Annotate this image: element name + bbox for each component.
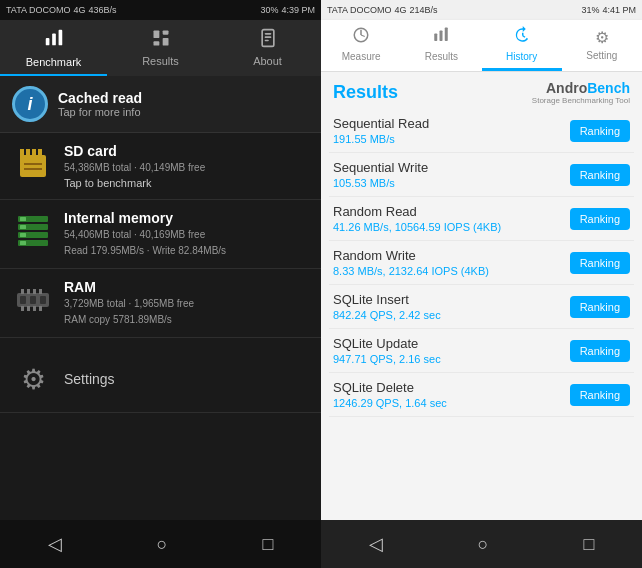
right-speed: 214B/s [410, 5, 438, 15]
settings-item[interactable]: ⚙ Settings [0, 346, 321, 413]
left-time: 4:39 PM [281, 5, 315, 15]
result-info-0: Sequential Read191.55 MB/s [333, 116, 429, 145]
svg-line-45 [522, 36, 524, 38]
result-value-1: 105.53 MB/s [333, 177, 428, 189]
left-recents-button[interactable]: □ [247, 526, 290, 563]
ranking-button-6[interactable]: Ranking [570, 384, 630, 406]
tab-measure[interactable]: Measure [321, 20, 401, 71]
right-network: 4G [395, 5, 407, 15]
right-home-button[interactable]: ○ [462, 526, 505, 563]
cached-read-title: Cached read [58, 90, 142, 106]
left-back-button[interactable]: ◁ [32, 525, 78, 563]
result-name-1: Sequential Write [333, 160, 428, 175]
result-info-4: SQLite Insert842.24 QPS, 2.42 sec [333, 292, 441, 321]
ram-desc1: 3,729MB total · 1,965MB free [64, 297, 194, 311]
svg-rect-27 [21, 289, 24, 294]
left-status-bar: TATA DOCOMO 4G 436B/s 30% 4:39 PM [0, 0, 321, 20]
right-status-bar: TATA DOCOMO 4G 214B/s 31% 4:41 PM [321, 0, 642, 20]
svg-rect-25 [20, 241, 26, 245]
measure-icon [352, 26, 370, 48]
left-content: SD card 54,386MB total · 40,149MB free T… [0, 133, 321, 568]
svg-rect-13 [26, 149, 30, 159]
result-row: Sequential Write105.53 MB/sRanking [329, 153, 634, 197]
svg-rect-33 [33, 306, 36, 311]
svg-rect-14 [32, 149, 36, 159]
ranking-button-1[interactable]: Ranking [570, 164, 630, 186]
tab-results[interactable]: Results [107, 20, 214, 76]
tab-about[interactable]: About [214, 20, 321, 76]
svg-rect-12 [20, 149, 24, 161]
tab-setting[interactable]: ⚙ Setting [562, 20, 642, 71]
ranking-button-2[interactable]: Ranking [570, 208, 630, 230]
ranking-button-5[interactable]: Ranking [570, 340, 630, 362]
svg-rect-3 [153, 30, 159, 38]
left-nav-bar: ◁ ○ □ [0, 520, 321, 568]
svg-rect-1 [52, 33, 56, 45]
svg-rect-15 [38, 149, 42, 161]
ram-item[interactable]: RAM 3,729MB total · 1,965MB free RAM cop… [0, 269, 321, 338]
tab-results-right[interactable]: Results [401, 20, 481, 71]
internalmemory-item[interactable]: Internal memory 54,406MB total · 40,169M… [0, 200, 321, 269]
right-tabs: Measure Results History [321, 20, 642, 72]
tab-setting-label: Setting [586, 50, 617, 61]
ranking-button-3[interactable]: Ranking [570, 252, 630, 274]
svg-rect-4 [162, 30, 168, 34]
result-info-2: Random Read41.26 MB/s, 10564.59 IOPS (4K… [333, 204, 501, 233]
result-row: SQLite Update947.71 QPS, 2.16 secRanking [329, 329, 634, 373]
svg-line-40 [361, 35, 365, 37]
result-name-5: SQLite Update [333, 336, 441, 351]
about-icon [258, 28, 278, 52]
svg-rect-17 [24, 168, 42, 170]
ram-desc2: RAM copy 5781.89MB/s [64, 313, 194, 327]
ranking-button-0[interactable]: Ranking [570, 120, 630, 142]
internalmemory-icon [12, 210, 54, 252]
tab-benchmark[interactable]: Benchmark [0, 20, 107, 76]
left-network: 4G [74, 5, 86, 15]
settings-label: Settings [64, 371, 115, 387]
svg-rect-10 [264, 39, 268, 41]
result-value-2: 41.26 MB/s, 10564.59 IOPS (4KB) [333, 221, 501, 233]
androbench-name: AndroBench [546, 80, 630, 96]
sdcard-item[interactable]: SD card 54,386MB total · 40,149MB free T… [0, 133, 321, 200]
svg-rect-42 [440, 31, 443, 42]
tab-history[interactable]: History [482, 20, 562, 71]
tab-measure-label: Measure [342, 51, 381, 62]
right-status-left: TATA DOCOMO 4G 214B/s [327, 5, 438, 15]
right-recents-button[interactable]: □ [568, 526, 611, 563]
internalmemory-desc1: 54,406MB total · 40,169MB free [64, 228, 226, 242]
left-home-button[interactable]: ○ [141, 526, 184, 563]
right-time: 4:41 PM [602, 5, 636, 15]
result-info-1: Sequential Write105.53 MB/s [333, 160, 428, 189]
svg-rect-34 [39, 306, 42, 311]
results-header: Results AndroBench Storage Benchmarking … [321, 72, 642, 109]
ranking-button-4[interactable]: Ranking [570, 296, 630, 318]
tab-about-label: About [253, 55, 282, 67]
androbench-logo: AndroBench Storage Benchmarking Tool [532, 80, 630, 105]
svg-rect-16 [24, 163, 42, 165]
left-status-right: 30% 4:39 PM [260, 5, 315, 15]
result-value-0: 191.55 MB/s [333, 133, 429, 145]
svg-rect-35 [20, 296, 26, 304]
results-list: Sequential Read191.55 MB/sRankingSequent… [321, 109, 642, 568]
svg-rect-5 [162, 38, 168, 46]
result-value-4: 842.24 QPS, 2.42 sec [333, 309, 441, 321]
result-row: Random Read41.26 MB/s, 10564.59 IOPS (4K… [329, 197, 634, 241]
result-row: SQLite Insert842.24 QPS, 2.42 secRanking [329, 285, 634, 329]
svg-rect-28 [27, 289, 30, 294]
internalmemory-title: Internal memory [64, 210, 226, 226]
svg-rect-37 [40, 296, 46, 304]
sdcard-desc1: 54,386MB total · 40,149MB free [64, 161, 205, 175]
left-status-left: TATA DOCOMO 4G 436B/s [6, 5, 117, 15]
result-row: SQLite Delete1246.29 QPS, 1.64 secRankin… [329, 373, 634, 417]
left-panel: TATA DOCOMO 4G 436B/s 30% 4:39 PM Benchm… [0, 0, 321, 568]
svg-rect-31 [21, 306, 24, 311]
cached-read-bar[interactable]: i Cached read Tap for more info [0, 76, 321, 133]
right-nav-bar: ◁ ○ □ [321, 520, 642, 568]
cached-read-subtitle: Tap for more info [58, 106, 142, 118]
svg-rect-0 [45, 38, 49, 45]
result-name-0: Sequential Read [333, 116, 429, 131]
right-back-button[interactable]: ◁ [353, 525, 399, 563]
tab-benchmark-label: Benchmark [26, 56, 82, 68]
svg-rect-9 [264, 36, 271, 38]
result-value-5: 947.71 QPS, 2.16 sec [333, 353, 441, 365]
